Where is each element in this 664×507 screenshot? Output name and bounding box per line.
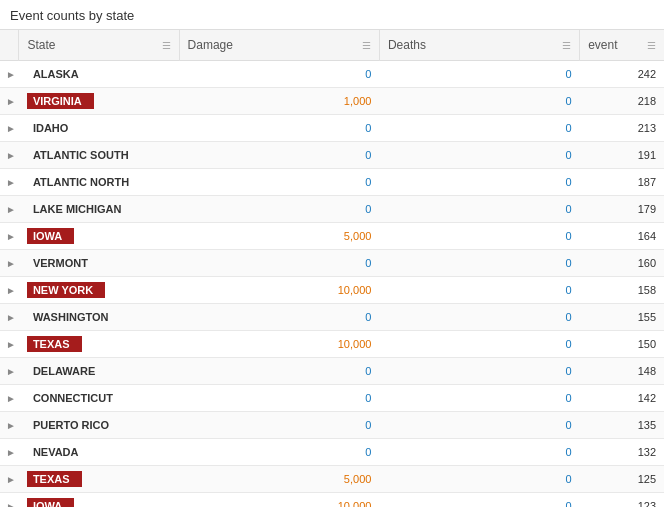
col-header-deaths[interactable]: Deaths ☰	[379, 30, 579, 61]
table-row[interactable]: ►TEXAS5,0000125	[0, 466, 664, 493]
state-cell: CONNECTICUT	[19, 385, 179, 412]
col-header-state[interactable]: State ☰	[19, 30, 179, 61]
row-expand-chevron[interactable]: ►	[0, 439, 19, 466]
state-label: IOWA	[27, 228, 74, 244]
damage-cell: 0	[179, 142, 379, 169]
table-row[interactable]: ►WASHINGTON00155	[0, 304, 664, 331]
state-cell: TEXAS	[19, 331, 179, 358]
damage-cell: 0	[179, 61, 379, 88]
table-row[interactable]: ►NEVADA00132	[0, 439, 664, 466]
state-cell: NEVADA	[19, 439, 179, 466]
row-expand-chevron[interactable]: ►	[0, 169, 19, 196]
state-cell: NEW YORK	[19, 277, 179, 304]
state-label: TEXAS	[27, 336, 82, 352]
state-label: IOWA	[27, 498, 74, 507]
row-expand-chevron[interactable]: ►	[0, 277, 19, 304]
event-cell: 125	[580, 466, 664, 493]
damage-cell: 5,000	[179, 223, 379, 250]
deaths-cell: 0	[379, 439, 579, 466]
deaths-cell: 0	[379, 250, 579, 277]
table-row[interactable]: ►IOWA5,0000164	[0, 223, 664, 250]
filter-icon-event[interactable]: ☰	[647, 40, 656, 51]
damage-cell: 10,000	[179, 493, 379, 508]
damage-cell: 0	[179, 169, 379, 196]
event-cell: 218	[580, 88, 664, 115]
table-row[interactable]: ►TEXAS10,0000150	[0, 331, 664, 358]
table-row[interactable]: ►ALASKA00242	[0, 61, 664, 88]
state-cell: WASHINGTON	[19, 304, 179, 331]
damage-cell: 0	[179, 412, 379, 439]
event-cell: 242	[580, 61, 664, 88]
table-row[interactable]: ►IDAHO00213	[0, 115, 664, 142]
deaths-cell: 0	[379, 493, 579, 508]
row-expand-chevron[interactable]: ►	[0, 304, 19, 331]
table-row[interactable]: ►ATLANTIC SOUTH00191	[0, 142, 664, 169]
row-expand-chevron[interactable]: ►	[0, 331, 19, 358]
table-row[interactable]: ►CONNECTICUT00142	[0, 385, 664, 412]
row-expand-chevron[interactable]: ►	[0, 250, 19, 277]
event-cell: 191	[580, 142, 664, 169]
state-label: VERMONT	[27, 255, 94, 271]
col-header-damage[interactable]: Damage ☰	[179, 30, 379, 61]
deaths-cell: 0	[379, 358, 579, 385]
row-expand-chevron[interactable]: ►	[0, 493, 19, 508]
table-row[interactable]: ►VIRGINIA1,0000218	[0, 88, 664, 115]
state-label: ATLANTIC NORTH	[27, 174, 135, 190]
row-expand-chevron[interactable]: ►	[0, 61, 19, 88]
row-expand-chevron[interactable]: ►	[0, 385, 19, 412]
deaths-cell: 0	[379, 412, 579, 439]
row-expand-chevron[interactable]: ►	[0, 142, 19, 169]
state-cell: VERMONT	[19, 250, 179, 277]
row-expand-chevron[interactable]: ►	[0, 196, 19, 223]
row-expand-chevron[interactable]: ►	[0, 412, 19, 439]
damage-cell: 1,000	[179, 88, 379, 115]
damage-cell: 0	[179, 358, 379, 385]
state-label: WASHINGTON	[27, 309, 115, 325]
filter-icon-deaths[interactable]: ☰	[562, 40, 571, 51]
table-row[interactable]: ►LAKE MICHIGAN00179	[0, 196, 664, 223]
state-cell: TEXAS	[19, 466, 179, 493]
filter-icon-damage[interactable]: ☰	[362, 40, 371, 51]
state-cell: IOWA	[19, 493, 179, 508]
table-row[interactable]: ►VERMONT00160	[0, 250, 664, 277]
event-cell: 150	[580, 331, 664, 358]
row-expand-chevron[interactable]: ►	[0, 223, 19, 250]
table-row[interactable]: ►NEW YORK10,0000158	[0, 277, 664, 304]
event-cell: 160	[580, 250, 664, 277]
event-cell: 123	[580, 493, 664, 508]
event-cell: 148	[580, 358, 664, 385]
state-label: PUERTO RICO	[27, 417, 115, 433]
row-expand-chevron[interactable]: ►	[0, 358, 19, 385]
damage-cell: 5,000	[179, 466, 379, 493]
event-cell: 155	[580, 304, 664, 331]
deaths-cell: 0	[379, 196, 579, 223]
table-row[interactable]: ►ATLANTIC NORTH00187	[0, 169, 664, 196]
event-cell: 135	[580, 412, 664, 439]
state-cell: VIRGINIA	[19, 88, 179, 115]
filter-icon-state[interactable]: ☰	[162, 40, 171, 51]
row-expand-chevron[interactable]: ►	[0, 88, 19, 115]
damage-cell: 0	[179, 250, 379, 277]
table-row[interactable]: ►IOWA10,0000123	[0, 493, 664, 508]
damage-cell: 0	[179, 196, 379, 223]
state-label: TEXAS	[27, 471, 82, 487]
state-label: LAKE MICHIGAN	[27, 201, 128, 217]
expand-header	[0, 30, 19, 61]
row-expand-chevron[interactable]: ►	[0, 115, 19, 142]
deaths-cell: 0	[379, 331, 579, 358]
col-header-event[interactable]: event ☰	[580, 30, 664, 61]
state-label: DELAWARE	[27, 363, 101, 379]
event-cell: 142	[580, 385, 664, 412]
event-cell: 213	[580, 115, 664, 142]
deaths-cell: 0	[379, 115, 579, 142]
deaths-cell: 0	[379, 466, 579, 493]
event-cell: 164	[580, 223, 664, 250]
state-cell: IOWA	[19, 223, 179, 250]
event-cell: 179	[580, 196, 664, 223]
table-row[interactable]: ►DELAWARE00148	[0, 358, 664, 385]
damage-cell: 0	[179, 304, 379, 331]
row-expand-chevron[interactable]: ►	[0, 466, 19, 493]
table-body: ►ALASKA00242►VIRGINIA1,0000218►IDAHO0021…	[0, 61, 664, 508]
state-label: CONNECTICUT	[27, 390, 119, 406]
table-row[interactable]: ►PUERTO RICO00135	[0, 412, 664, 439]
